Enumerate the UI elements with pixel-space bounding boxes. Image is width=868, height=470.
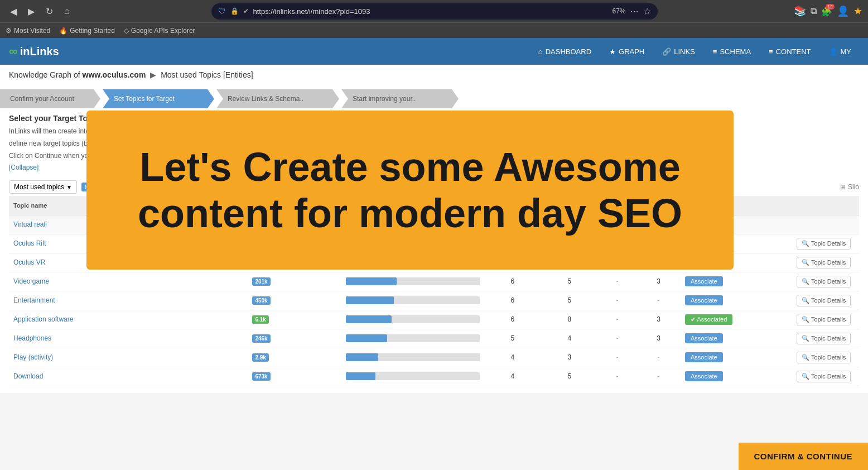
dashboard-icon: ⌂	[538, 47, 543, 56]
topic-badge: 246k	[252, 334, 270, 343]
progress-bar-fill	[346, 296, 394, 304]
nav-content[interactable]: ≡ CONTENT	[761, 43, 818, 60]
nav-dashboard[interactable]: ⌂ DASHBOARD	[531, 43, 599, 60]
bookmark-most-visited[interactable]: ⚙ Most Visited	[6, 27, 50, 35]
filter-dropdown[interactable]: Most used topics ▼	[9, 180, 77, 194]
breadcrumb-text: Knowledge Graph of www.oculus.com ▶ Most…	[9, 70, 253, 79]
progress-bar-bg	[346, 296, 480, 304]
nav-graph[interactable]: ★ GRAPH	[601, 43, 652, 60]
overlay-line2: content for modern day SEO	[138, 190, 682, 237]
stat-cell: -	[598, 348, 636, 367]
topic-details-button[interactable]: 🔍 Topic Details	[797, 352, 851, 363]
stat-cell: 4	[484, 348, 541, 367]
topic-details-button[interactable]: 🔍 Topic Details	[797, 371, 851, 382]
bookmark-google-apis[interactable]: ◇ Google APIs Explorer	[124, 27, 195, 35]
topic-details-button[interactable]: 🔍 Topic Details	[797, 238, 851, 250]
nav-schema[interactable]: ≡ SCHEMA	[705, 43, 759, 60]
topic-badge: 201k	[252, 277, 270, 286]
topic-details-button[interactable]: 🔍 Topic Details	[797, 257, 851, 268]
nav-links[interactable]: 🔗 LINKS	[654, 43, 703, 60]
wizard-step-2[interactable]: Set Topics for Target	[103, 89, 214, 108]
wizard-step-4[interactable]: Start improving your..	[341, 89, 459, 108]
silo-control[interactable]: ⊞ Silo	[840, 183, 859, 191]
stat-cell: 4	[541, 329, 598, 348]
gear-bookmark-icon: ⚙	[6, 27, 12, 35]
browser-chrome: ◀ ▶ ↻ ⌂ 🛡 🔒 ✔ https://inlinks.net/i/mind…	[0, 0, 868, 22]
more-options-icon[interactable]: ···	[630, 6, 638, 17]
topic-name-link[interactable]: Download	[13, 372, 43, 380]
nav-menu: ⌂ DASHBOARD ★ GRAPH 🔗 LINKS ≡ SCHEMA ≡ C…	[531, 43, 859, 60]
progress-bar-bg	[346, 277, 480, 285]
stat-cell: -	[636, 291, 681, 310]
confirm-continue-button[interactable]: CONFIRM & CONTINUE	[739, 443, 869, 470]
overlay-banner: Let's Create some Awesome content for mo…	[86, 111, 734, 270]
nav-my[interactable]: 👤 MY	[821, 43, 860, 60]
refresh-button[interactable]: ↻	[41, 3, 57, 19]
topic-details-button[interactable]: 🔍 Topic Details	[797, 314, 851, 325]
stat-cell: -	[598, 310, 636, 329]
associate-button[interactable]: Associate	[685, 333, 723, 343]
topic-badge: 6.1k	[252, 315, 268, 324]
profile-icon[interactable]: 👤	[837, 5, 849, 17]
associate-button[interactable]: Associate	[685, 276, 723, 286]
step-label: Start improving your..	[353, 95, 416, 103]
progress-bar-fill	[346, 315, 392, 323]
stat-cell: 6	[484, 291, 541, 310]
extensions-icon[interactable]: 🧩12	[821, 6, 832, 17]
topic-name-link[interactable]: Oculus Rift	[13, 239, 46, 247]
overlay-line1: Let's Create some Awesome	[138, 144, 682, 190]
dropdown-arrow-icon: ▼	[66, 184, 72, 190]
breadcrumb-arrow: ▶	[150, 70, 158, 79]
topic-name-link[interactable]: Application software	[13, 315, 73, 323]
progress-bar-bg	[346, 353, 480, 361]
associated-button[interactable]: ✔ Associated	[685, 314, 732, 325]
forward-button[interactable]: ▶	[23, 3, 39, 19]
search-icon: 🔍	[802, 297, 809, 304]
wizard-step-3[interactable]: Review Links & Schema..	[216, 89, 339, 108]
content-area: Confirm your Account Set Topics for Targ…	[0, 83, 868, 393]
bookmark-getting-started[interactable]: 🔥 Getting Started	[59, 27, 115, 35]
topic-name-link[interactable]: Oculus VR	[13, 258, 45, 266]
layout-icon[interactable]: ⧉	[811, 6, 817, 16]
home-button[interactable]: ⌂	[59, 3, 75, 19]
topic-details-button[interactable]: 🔍 Topic Details	[797, 295, 851, 306]
stat-cell: 8	[541, 310, 598, 329]
wizard-step-1[interactable]: Confirm your Account	[0, 89, 100, 108]
progress-bar-bg	[346, 315, 480, 323]
stat-cell: 5	[541, 367, 598, 386]
topic-details-button[interactable]: 🔍 Topic Details	[797, 276, 851, 287]
associate-button[interactable]: Associate	[685, 295, 723, 305]
bookmark-icon[interactable]: ☆	[643, 6, 651, 17]
associate-button[interactable]: Associate	[685, 371, 723, 381]
search-icon: 🔍	[802, 335, 809, 342]
table-row: Entertainment450k65--Associate🔍 Topic De…	[9, 291, 859, 310]
progress-bar-fill	[346, 334, 387, 342]
graph-icon: ★	[609, 47, 616, 56]
back-button[interactable]: ◀	[6, 3, 21, 19]
associate-button[interactable]: Associate	[685, 352, 723, 362]
address-bar[interactable]: 🛡 🔒 ✔ https://inlinks.net/i/mindex?pid=1…	[211, 3, 658, 20]
diamond-bookmark-icon: ◇	[124, 27, 129, 35]
topic-name-link[interactable]: Play (activity)	[13, 353, 53, 361]
collapse-link[interactable]: [Collapse]	[9, 164, 38, 171]
topic-name-link[interactable]: Video game	[13, 277, 49, 285]
topic-name-link[interactable]: Virtual reali	[13, 220, 47, 228]
star-icon[interactable]: ★	[853, 5, 862, 17]
topic-badge: 2.9k	[252, 353, 268, 362]
progress-bar-fill	[346, 353, 378, 361]
bookmark-label: Google APIs Explorer	[131, 27, 195, 35]
stat-cell: 3	[636, 272, 681, 291]
topic-name-link[interactable]: Headphones	[13, 334, 51, 342]
bookmark-label: Most Visited	[14, 27, 50, 35]
topic-details-button[interactable]: 🔍 Topic Details	[797, 333, 851, 344]
zoom-level: 67%	[612, 7, 625, 15]
stat-cell: 3	[636, 329, 681, 348]
topic-name-link[interactable]: Entertainment	[13, 296, 55, 304]
stat-cell: -	[598, 329, 636, 348]
user-icon: 👤	[829, 47, 838, 56]
library-icon[interactable]: 📚	[794, 5, 806, 17]
table-row: Play (activity)2.9k43--Associate🔍 Topic …	[9, 348, 859, 367]
stat-cell: -	[598, 367, 636, 386]
breadcrumb-prefix: Knowledge Graph of	[9, 70, 80, 79]
progress-bar-fill	[346, 277, 397, 285]
